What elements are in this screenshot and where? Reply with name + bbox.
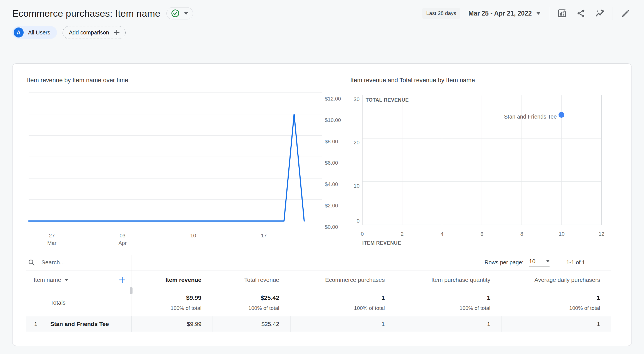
x-axis-tick: 27 — [49, 233, 55, 238]
data-point-label: Stan and Friends Tee — [504, 114, 557, 120]
x-axis-tick: Mar — [47, 240, 56, 246]
y-axis-tick: $4.00 — [325, 181, 338, 187]
date-range-text: Mar 25 - Apr 21, 2022 — [468, 10, 532, 17]
insights-button[interactable] — [594, 7, 606, 19]
metric-cell: 1 — [290, 316, 396, 332]
y-axis-tick: $0.00 — [325, 224, 338, 230]
top-bar: Ecommerce purchases: Item name Last 28 d… — [0, 0, 644, 22]
column-header-item-revenue[interactable]: Item revenue — [131, 270, 213, 289]
column-header-average-daily-purchasers[interactable]: Average daily purchasers — [501, 270, 611, 289]
plus-icon — [118, 275, 127, 284]
y-axis-tick: $6.00 — [325, 160, 338, 166]
column-header-item-purchase-quantity[interactable]: Item purchase quantity — [396, 270, 501, 289]
y-axis-tick: 10 — [354, 183, 360, 189]
x-axis-tick: 2 — [401, 231, 404, 237]
table-totals-row: Totals $9.99100% of total$25.42100% of t… — [26, 289, 611, 316]
divider — [613, 7, 613, 20]
x-axis-tick: 12 — [598, 231, 604, 237]
x-axis-tick: 0 — [361, 231, 364, 237]
pagination-status: 1-1 of 1 — [566, 259, 585, 266]
item-name: Stan and Friends Tee — [50, 321, 109, 327]
column-resize-handle[interactable] — [130, 287, 133, 294]
customize-report-icon — [557, 8, 567, 18]
edit-report-button[interactable] — [620, 7, 632, 19]
rows-per-page-value: 10 — [529, 258, 535, 265]
plus-icon — [113, 29, 120, 36]
all-users-label: All Users — [28, 29, 50, 36]
check-circle-icon — [171, 9, 179, 17]
scatter-chart-title: Item revenue and Total revenue by Item n… — [350, 77, 475, 84]
table-row[interactable]: 1Stan and Friends Tee$9.99$25.42111 — [26, 316, 611, 332]
table-toolbar: Rows per page: 10 1-1 of 1 — [26, 255, 611, 270]
totals-label: Totals — [26, 299, 66, 306]
y-axis-tick: 0 — [356, 218, 360, 224]
y-axis-tick: $10.00 — [325, 117, 341, 123]
insights-icon — [595, 8, 605, 19]
share-button[interactable] — [575, 7, 587, 19]
data-table: Rows per page: 10 1-1 of 1 Item name Ite… — [26, 255, 611, 332]
row-index: 1 — [26, 321, 50, 327]
metric-cell: $9.99 — [131, 316, 213, 332]
metric-cell: 1 — [396, 316, 501, 332]
scatter-chart: 0102030024681012TOTAL REVENUEITEM REVENU… — [340, 89, 615, 250]
x-axis-tick: Apr — [118, 240, 127, 246]
add-comparison-label: Add comparison — [69, 29, 109, 36]
dimension-header-cell: Item name — [26, 270, 131, 289]
totals-cell: $25.42100% of total — [213, 289, 290, 316]
x-axis-tick: 4 — [441, 231, 444, 237]
totals-label-cell: Totals — [26, 289, 131, 316]
y-axis-tick: $2.00 — [325, 203, 338, 209]
edit-pencil-icon — [621, 8, 631, 18]
divider — [549, 7, 549, 20]
metric-cell: $25.42 — [213, 316, 290, 332]
totals-cell: 1100% of total — [290, 289, 396, 316]
chevron-down-icon — [536, 12, 541, 15]
date-preset-badge: Last 28 days — [422, 8, 460, 19]
chevron-down-icon — [64, 279, 68, 281]
comparison-row: A All Users Add comparison — [0, 22, 644, 39]
x-axis-title: ITEM REVENUE — [362, 240, 401, 246]
dimension-dropdown[interactable]: Item name — [34, 277, 61, 283]
search-input[interactable] — [41, 259, 111, 266]
rows-per-page-label: Rows per page: — [485, 259, 523, 266]
chevron-down-icon — [184, 12, 188, 15]
y-axis-tick: $8.00 — [325, 139, 338, 144]
metric-cell: 1 — [501, 316, 611, 332]
report-status-dropdown[interactable] — [166, 7, 193, 19]
x-axis-tick: 03 — [119, 233, 125, 238]
data-point — [558, 112, 564, 118]
line-chart: $12.00$10.00$8.00$6.00$4.00$2.00$0.0027M… — [25, 89, 350, 250]
y-axis-tick: $12.00 — [325, 96, 341, 102]
totals-cell: 1100% of total — [501, 289, 611, 316]
share-icon — [576, 9, 586, 18]
table-header-row: Item name Item revenueTotal revenueEcomm… — [26, 270, 611, 289]
y-axis-tick: 20 — [354, 140, 360, 145]
totals-cell: 1100% of total — [396, 289, 501, 316]
revenue-line-series — [29, 114, 304, 221]
report-card: Item revenue by Item name over time Item… — [12, 63, 632, 346]
customize-report-button[interactable] — [556, 7, 568, 19]
column-header-ecommerce-purchases[interactable]: Ecommerce purchases — [290, 270, 396, 289]
page-title: Ecommerce purchases: Item name — [12, 8, 160, 19]
table-search[interactable] — [26, 258, 131, 266]
all-users-chip[interactable]: A All Users — [12, 26, 57, 39]
column-header-total-revenue[interactable]: Total revenue — [213, 270, 290, 289]
table-body: 1Stan and Friends Tee$9.99$25.42111 — [26, 316, 611, 332]
totals-cell: $9.99100% of total — [131, 289, 213, 316]
x-axis-tick: 6 — [480, 231, 483, 237]
search-icon — [28, 258, 35, 266]
add-metric-button[interactable] — [118, 275, 127, 285]
date-range-picker[interactable]: Mar 25 - Apr 21, 2022 — [467, 9, 542, 17]
x-axis-tick: 10 — [190, 233, 196, 238]
y-axis-title: TOTAL REVENUE — [366, 97, 409, 103]
avatar: A — [14, 27, 24, 37]
chevron-down-icon — [546, 260, 550, 262]
line-chart-title: Item revenue by Item name over time — [27, 77, 128, 84]
rows-per-page-select[interactable]: 10 — [529, 258, 550, 267]
x-axis-tick: 8 — [520, 231, 523, 237]
add-comparison-button[interactable]: Add comparison — [63, 26, 126, 39]
x-axis-tick: 10 — [559, 231, 565, 237]
item-name-cell: 1Stan and Friends Tee — [26, 316, 131, 332]
y-axis-tick: 30 — [354, 96, 360, 102]
x-axis-tick: 17 — [261, 233, 267, 238]
